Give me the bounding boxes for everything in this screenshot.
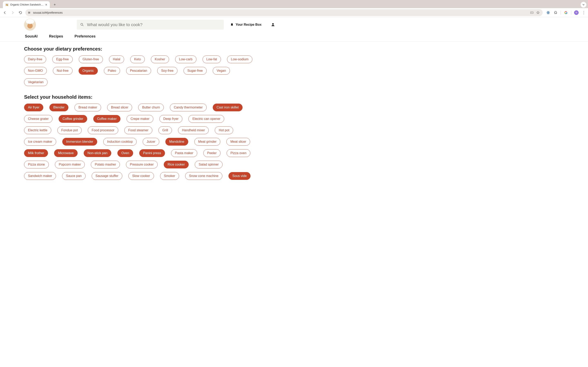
dietary-chips: Dairy-freeEgg-freeGluten-freeHalalKetoKo… xyxy=(24,55,257,86)
household-chip-sausage-stuffer[interactable]: Sausage stuffer xyxy=(92,172,122,180)
dietary-chip-vegan[interactable]: Vegan xyxy=(213,67,230,75)
browser-toolbar: N ⋮ xyxy=(0,8,588,17)
dietary-chip-gluten-free[interactable]: Gluten-free xyxy=(79,55,103,63)
dietary-chip-organic[interactable]: Organic xyxy=(79,67,98,75)
household-chip-electric-kettle[interactable]: Electric kettle xyxy=(24,126,51,134)
household-chip-coffee-maker[interactable]: Coffee maker xyxy=(93,115,121,123)
household-chip-pasta-maker[interactable]: Pasta maker xyxy=(171,149,197,157)
dietary-chip-low-fat[interactable]: Low-fat xyxy=(203,55,221,63)
close-tab-icon[interactable]: ✕ xyxy=(45,3,47,6)
household-chip-induction-cooktop[interactable]: Induction cooktop xyxy=(103,138,137,146)
dietary-chip-pescatarian[interactable]: Pescatarian xyxy=(126,67,151,75)
household-chip-sandwich-maker[interactable]: Sandwich maker xyxy=(24,172,56,180)
dietary-chip-keto[interactable]: Keto xyxy=(130,55,145,63)
household-chip-bread-maker[interactable]: Bread maker xyxy=(75,104,101,111)
household-chip-food-steamer[interactable]: Food steamer xyxy=(124,126,152,134)
dietary-chip-low-sodium[interactable]: Low-sodium xyxy=(227,55,252,63)
household-chip-air-fryer[interactable]: Air fryer xyxy=(24,104,43,111)
browser-tab[interactable]: 👩‍🍳 Organic Chicken Sandwich Re ✕ xyxy=(3,1,50,8)
household-chip-butter-churn[interactable]: Butter churn xyxy=(138,104,164,111)
google-icon[interactable] xyxy=(564,10,568,15)
svg-point-2 xyxy=(29,13,29,13)
household-chip-mandoline[interactable]: Mandoline xyxy=(165,138,188,146)
svg-point-4 xyxy=(548,12,548,13)
dietary-chip-vegetarian[interactable]: Vegetarian xyxy=(24,78,48,86)
arrow-right-icon xyxy=(11,11,15,15)
dietary-chip-halal[interactable]: Halal xyxy=(109,55,124,63)
household-chip-peeler[interactable]: Peeler xyxy=(203,149,221,157)
bookmark-star-icon[interactable] xyxy=(536,11,540,15)
dietary-chip-kosher[interactable]: Kosher xyxy=(151,55,169,63)
household-chip-oven[interactable]: Oven xyxy=(117,149,133,157)
household-chip-cheese-grater[interactable]: Cheese grater xyxy=(24,115,52,123)
household-chip-snow-cone-machine[interactable]: Snow cone machine xyxy=(185,172,222,180)
household-chip-fondue-pot[interactable]: Fondue pot xyxy=(57,126,82,134)
household-chip-pressure-cooker[interactable]: Pressure cooker xyxy=(126,161,158,168)
household-chip-juicer[interactable]: Juicer xyxy=(143,138,159,146)
new-tab-button[interactable]: + xyxy=(52,2,58,8)
household-chip-candy-thermometer[interactable]: Candy thermometer xyxy=(170,104,207,111)
nav-sousai[interactable]: SousAI xyxy=(25,34,38,39)
household-chip-immersion-blender[interactable]: Immersion blender xyxy=(62,138,97,146)
household-chip-hot-pot[interactable]: Hot pot xyxy=(215,126,233,134)
dietary-chip-nut-free[interactable]: Nut-free xyxy=(53,67,72,75)
dietary-chip-sugar-free[interactable]: Sugar-free xyxy=(183,67,207,75)
household-chip-blender[interactable]: Blender xyxy=(49,104,68,111)
search-icon xyxy=(80,23,84,27)
site-settings-icon[interactable] xyxy=(27,11,31,15)
household-chip-electric-can-opener[interactable]: Electric can opener xyxy=(189,115,224,123)
household-chip-food-processor[interactable]: Food processor xyxy=(88,126,118,134)
household-chip-meat-grinder[interactable]: Meat grinder xyxy=(194,138,221,146)
household-chip-crepe-maker[interactable]: Crepe maker xyxy=(127,115,153,123)
nav-recipes[interactable]: Recipes xyxy=(49,34,63,39)
reload-button[interactable] xyxy=(17,10,23,16)
household-chip-coffee-grinder[interactable]: Coffee grinder xyxy=(59,115,87,123)
url-input[interactable] xyxy=(33,11,528,14)
react-devtools-icon[interactable] xyxy=(546,10,550,15)
extensions-icon[interactable] xyxy=(553,10,558,15)
household-chip-cast-iron-skillet[interactable]: Cast iron skillet xyxy=(213,104,242,111)
household-chip-bread-slicer[interactable]: Bread slicer xyxy=(107,104,132,111)
household-chip-slow-cooker[interactable]: Slow cooker xyxy=(129,172,154,180)
dietary-chip-paleo[interactable]: Paleo xyxy=(104,67,120,75)
household-chip-sauce-pan[interactable]: Sauce pan xyxy=(62,172,86,180)
back-button[interactable] xyxy=(2,10,8,16)
install-app-icon[interactable] xyxy=(530,11,534,15)
profile-avatar[interactable]: N xyxy=(574,10,579,15)
user-menu-button[interactable] xyxy=(270,22,276,27)
household-chip-pizza-oven[interactable]: Pizza oven xyxy=(227,149,250,157)
recipe-box-link[interactable]: Your Recipe Box xyxy=(230,23,261,27)
address-bar[interactable] xyxy=(25,9,543,16)
household-chip-milk-frother[interactable]: Milk frother xyxy=(24,149,48,157)
household-chip-sous-vide[interactable]: Sous vide xyxy=(228,172,251,180)
dietary-chip-non-gmo[interactable]: Non-GMO xyxy=(24,67,47,75)
svg-point-9 xyxy=(272,23,274,25)
household-chip-deep-fryer[interactable]: Deep fryer xyxy=(159,115,182,123)
forward-button[interactable] xyxy=(10,10,16,16)
household-chip-ice-cream-maker[interactable]: Ice cream maker xyxy=(24,138,56,146)
household-chip-panini-press[interactable]: Panini press xyxy=(139,149,165,157)
search-bar[interactable] xyxy=(77,20,224,30)
household-chip-grill[interactable]: Grill xyxy=(158,126,172,134)
household-chip-smoker[interactable]: Smoker xyxy=(160,172,179,180)
browser-menu-icon[interactable]: ⋮ xyxy=(581,10,586,15)
household-chip-non-stick-pan[interactable]: Non-stick pan xyxy=(84,149,112,157)
household-chip-handheld-mixer[interactable]: Handheld mixer xyxy=(178,126,209,134)
tabs-dropdown-button[interactable] xyxy=(581,2,586,8)
dietary-chip-soy-free[interactable]: Soy-free xyxy=(157,67,177,75)
household-chip-pizza-stone[interactable]: Pizza stone xyxy=(24,161,49,168)
dietary-chip-egg-free[interactable]: Egg-free xyxy=(52,55,72,63)
dietary-chip-low-carb[interactable]: Low-carb xyxy=(175,55,196,63)
household-chip-salad-spinner[interactable]: Salad spinner xyxy=(195,161,223,168)
dietary-chip-dairy-free[interactable]: Dairy-free xyxy=(24,55,46,63)
household-section-title: Select your household items: xyxy=(24,94,257,100)
tab-strip: 👩‍🍳 Organic Chicken Sandwich Re ✕ + xyxy=(0,0,588,8)
household-chip-potato-masher[interactable]: Potato masher xyxy=(91,161,120,168)
search-input[interactable] xyxy=(87,22,221,27)
nav-preferences[interactable]: Preferences xyxy=(75,34,95,39)
app-logo[interactable] xyxy=(24,19,36,31)
household-chip-popcorn-maker[interactable]: Popcorn maker xyxy=(55,161,85,168)
household-chip-rice-cooker[interactable]: Rice cooker xyxy=(164,161,189,168)
household-chip-microwave[interactable]: Microwave xyxy=(54,149,77,157)
household-chip-meat-slicer[interactable]: Meat slicer xyxy=(226,138,250,146)
